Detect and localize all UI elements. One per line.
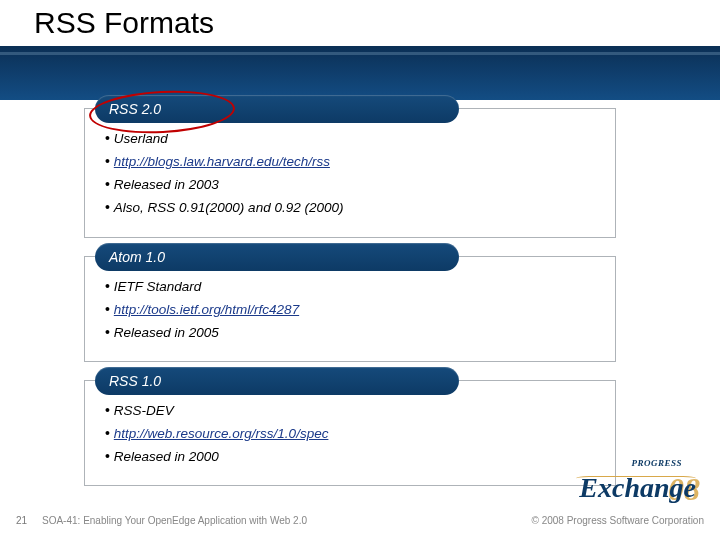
logo-brand-small: PROGRESS: [631, 458, 682, 468]
slide: RSS Formats RSS 2.0 Userland http://blog…: [0, 0, 720, 540]
list-item: Released in 2005: [105, 321, 299, 344]
footer: 21 SOA-41: Enabling Your OpenEdge Applic…: [0, 516, 720, 540]
list-item: http://blogs.law.harvard.edu/tech/rss: [105, 150, 343, 173]
list-item: Userland: [105, 127, 343, 150]
bullet-list: RSS-DEV http://web.resource.org/rss/1.0/…: [105, 399, 328, 468]
list-item: http://tools.ietf.org/html/rfc4287: [105, 298, 299, 321]
list-item: IETF Standard: [105, 275, 299, 298]
slide-title: RSS Formats: [34, 6, 214, 40]
title-stripe: [0, 52, 720, 55]
list-item: Also, RSS 0.91(2000) and 0.92 (2000): [105, 196, 343, 219]
bullet-list: Userland http://blogs.law.harvard.edu/te…: [105, 127, 343, 219]
panel-heading: RSS 1.0: [95, 367, 459, 395]
panel-heading: Atom 1.0: [95, 243, 459, 271]
page-number: 21: [16, 515, 27, 526]
list-item: RSS-DEV: [105, 399, 328, 422]
list-item: http://web.resource.org/rss/1.0/spec: [105, 422, 328, 445]
footer-copyright: © 2008 Progress Software Corporation: [532, 515, 704, 526]
panel-atom: Atom 1.0 IETF Standard http://tools.ietf…: [84, 256, 616, 362]
list-item: Released in 2000: [105, 445, 328, 468]
bullet-list: IETF Standard http://tools.ietf.org/html…: [105, 275, 299, 344]
panel-heading: RSS 2.0: [95, 95, 459, 123]
link[interactable]: http://blogs.law.harvard.edu/tech/rss: [114, 154, 330, 169]
link[interactable]: http://web.resource.org/rss/1.0/spec: [114, 426, 329, 441]
logo-brand-word: Exchange: [579, 472, 696, 504]
footer-subtitle: SOA-41: Enabling Your OpenEdge Applicati…: [42, 515, 307, 526]
exchange-logo: PROGRESS 08 Exchange: [496, 464, 696, 504]
panel-rss2: RSS 2.0 Userland http://blogs.law.harvar…: [84, 108, 616, 238]
list-item: Released in 2003: [105, 173, 343, 196]
link[interactable]: http://tools.ietf.org/html/rfc4287: [114, 302, 299, 317]
